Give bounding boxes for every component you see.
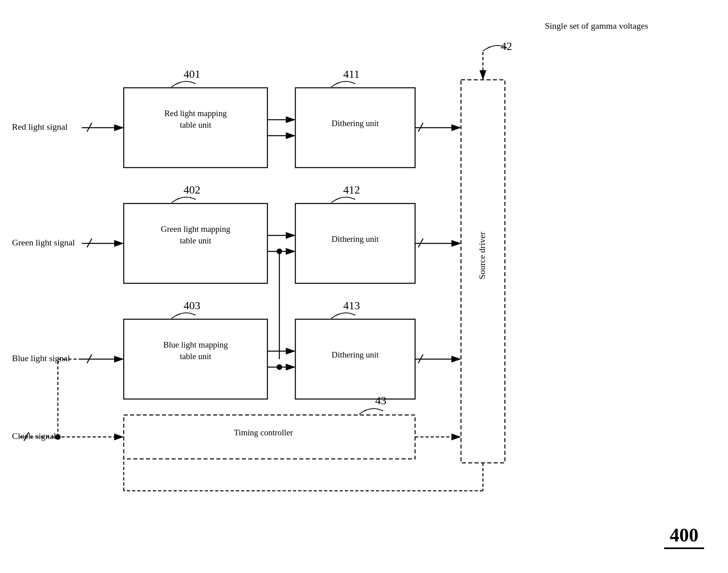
red-signal-label: Red light signal [12, 122, 67, 132]
source-driver-label: Source driver [477, 192, 487, 279]
ref-413: 413 [343, 299, 360, 312]
diagram-svg [0, 0, 728, 573]
ref-402: 402 [184, 184, 200, 196]
green-mapping-label: Green light mappingtable unit [124, 223, 267, 247]
ref-411: 411 [343, 68, 360, 81]
ref-42: 42 [501, 40, 512, 53]
clock-signal-label: Clock signal [12, 431, 56, 441]
dithering-3-label: Dithering unit [295, 349, 415, 361]
diagram: Red light signal Green light signal Blue… [0, 0, 728, 573]
gamma-voltages-title: Single set of gamma voltages [545, 19, 648, 32]
blue-signal-label: Blue light signal [12, 353, 70, 364]
ref-403: 403 [184, 299, 200, 312]
red-mapping-label: Red light mappingtable unit [124, 108, 267, 131]
ref-412: 412 [343, 184, 360, 196]
blue-mapping-label: Blue light mappingtable unit [124, 339, 267, 363]
ref-401: 401 [184, 68, 200, 81]
dithering-1-label: Dithering unit [295, 118, 415, 129]
ref-43: 43 [375, 394, 386, 407]
dithering-2-label: Dithering unit [295, 233, 415, 245]
green-signal-label: Green light signal [12, 237, 75, 248]
timing-controller-label: Timing controller [176, 427, 351, 439]
diagram-number: 400 [664, 524, 704, 549]
